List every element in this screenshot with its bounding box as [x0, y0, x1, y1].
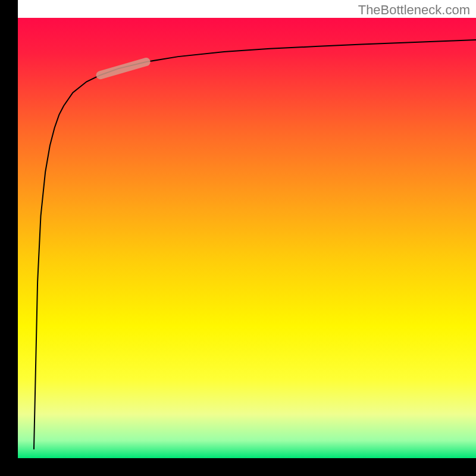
watermark-text: TheBottleneck.com [358, 2, 470, 18]
left-axis-bar [0, 0, 18, 476]
bottom-axis-bar [0, 458, 476, 476]
plot-background [18, 18, 476, 458]
chart-svg [0, 0, 476, 476]
chart-container: TheBottleneck.com [0, 0, 476, 476]
